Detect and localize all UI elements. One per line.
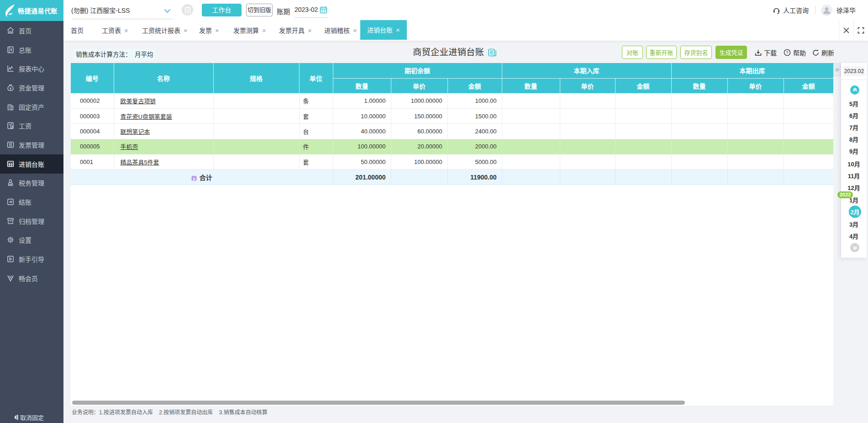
svg-text:?: ? bbox=[786, 50, 788, 55]
